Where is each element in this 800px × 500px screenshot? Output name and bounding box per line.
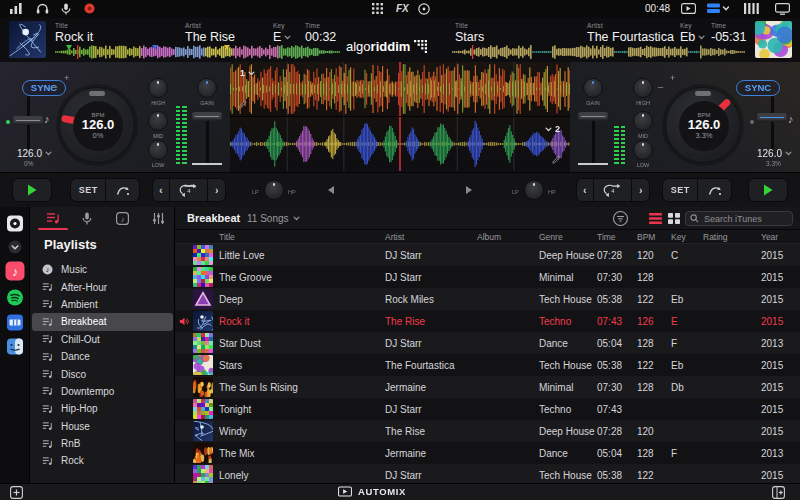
- track-row[interactable]: Star DustDJ StarrDance05:04128F2013: [175, 332, 800, 354]
- deck-b-set-cue-button[interactable]: SET: [663, 179, 698, 201]
- queue-panel-icon[interactable]: [772, 486, 785, 499]
- sidebar-item-house[interactable]: House: [32, 418, 173, 435]
- col-bpm[interactable]: BPM: [637, 232, 671, 242]
- automix-button[interactable]: AUTOMIX: [338, 486, 406, 497]
- col-key[interactable]: Key: [671, 232, 703, 242]
- fx-button[interactable]: FX: [396, 3, 409, 14]
- deck-a-time-field[interactable]: Time 00:32: [305, 22, 336, 44]
- col-genre[interactable]: Genre: [539, 232, 597, 242]
- pitch-bend-minus[interactable]: –: [52, 82, 57, 92]
- deck-b-eq-mid-knob[interactable]: [633, 111, 653, 131]
- tab-mixer-settings[interactable]: [152, 212, 165, 225]
- sidebar-item-rock[interactable]: Rock: [32, 452, 173, 469]
- deck-b-loop-double-button[interactable]: ›: [632, 179, 649, 201]
- track-row[interactable]: DeepRock MilesTech House05:38122Eb2015: [175, 288, 800, 310]
- deck-b-play-button[interactable]: [748, 178, 788, 202]
- automix-queue-icon[interactable]: [681, 3, 696, 14]
- sidebar-item-hip-hop[interactable]: Hip-Hop: [32, 400, 173, 417]
- spotify-source-icon[interactable]: [6, 289, 23, 306]
- deck-a-loop-double-button[interactable]: ›: [208, 179, 225, 201]
- deck-b-loop-halve-button[interactable]: ‹: [577, 179, 594, 201]
- deck-b-pitch-readout[interactable]: 126.0: [757, 148, 792, 159]
- grid-view-icon[interactable]: [668, 213, 680, 224]
- deck-2-edit-beatgrid-icon[interactable]: [552, 155, 561, 164]
- deck-a-jump-button[interactable]: [106, 179, 139, 201]
- col-rating[interactable]: Rating: [703, 232, 761, 242]
- sidebar-item-downtempo[interactable]: Downtempo: [32, 383, 173, 400]
- col-album[interactable]: Album: [477, 232, 539, 242]
- djay-source-icon[interactable]: [6, 215, 23, 232]
- sidebar-item-chill-out[interactable]: Chill-Out: [32, 331, 173, 348]
- deck-b-filter-knob[interactable]: [524, 180, 544, 200]
- deck-b-key-field[interactable]: Key Eb: [680, 22, 705, 44]
- deck-b-eq-low-knob[interactable]: [633, 140, 653, 160]
- sidebar-item-dance[interactable]: Dance: [32, 348, 173, 365]
- deck-a-gain-knob[interactable]: [197, 78, 217, 98]
- deck-a-volume-fader[interactable]: [192, 112, 222, 121]
- display-icon[interactable]: [775, 3, 790, 15]
- deck-a-eq-low-knob[interactable]: [148, 140, 168, 160]
- sidebar-item-ambient[interactable]: Ambient: [32, 296, 173, 313]
- record-icon[interactable]: [84, 3, 95, 14]
- videos-source-icon[interactable]: [6, 314, 23, 331]
- track-row[interactable]: The Sun Is RisingJermaineMinimal07:30128…: [175, 376, 800, 398]
- deck-a-loop-halve-button[interactable]: ‹: [153, 179, 170, 201]
- current-playlist-name[interactable]: Breakbeat: [187, 212, 240, 224]
- pitch-bend-plus[interactable]: +: [64, 73, 69, 83]
- filter-icon[interactable]: [613, 211, 628, 226]
- sidebar-item-rnb[interactable]: RnB: [32, 435, 173, 452]
- deck-b-overview-waveform[interactable]: [452, 45, 745, 59]
- deck-a-jog-wheel[interactable]: BPM 126.0 0%: [59, 87, 135, 163]
- view-layers-icon[interactable]: [707, 3, 729, 14]
- deck-a-loop-button[interactable]: 4: [170, 179, 209, 201]
- deck-b-jog-wheel[interactable]: BPM 126.0 3.3%: [665, 87, 741, 163]
- song-count[interactable]: 11 Songs: [247, 213, 300, 224]
- deck-b-jump-button[interactable]: [698, 179, 731, 201]
- deck-1-waveform[interactable]: [230, 62, 570, 117]
- deck-a-set-cue-button[interactable]: SET: [71, 179, 106, 201]
- sidebar-item-disco[interactable]: Disco: [32, 365, 173, 382]
- deck-2-waveform[interactable]: [230, 117, 570, 172]
- col-year[interactable]: Year: [761, 232, 800, 242]
- pitch-bend-minus[interactable]: –: [658, 82, 663, 92]
- deck-a-pitch-readout[interactable]: 126.0: [17, 148, 52, 159]
- itunes-music-source-icon[interactable]: ♪: [5, 261, 25, 281]
- deck-b-loop-button[interactable]: 4: [594, 179, 633, 201]
- col-artist[interactable]: Artist: [385, 232, 477, 242]
- search-box[interactable]: [685, 211, 793, 226]
- finder-source-icon[interactable]: [6, 338, 23, 355]
- sidebar-item-music[interactable]: ♪Music: [32, 261, 173, 278]
- sidebar-item-after-hour[interactable]: After-Hour: [32, 278, 173, 295]
- track-row[interactable]: LonelyDJ StarrTech House05:381222015: [175, 464, 800, 483]
- deck-b-pitch-fader[interactable]: [757, 113, 787, 122]
- deck-b-eq-high-knob[interactable]: [633, 78, 653, 98]
- keyboard-shortcuts-icon[interactable]: [744, 3, 759, 14]
- deck-1-label[interactable]: 1: [240, 68, 255, 78]
- col-title[interactable]: Title: [219, 232, 385, 242]
- mic-icon[interactable]: [61, 3, 71, 15]
- record-disc-icon[interactable]: [418, 3, 430, 15]
- deck-a-sync-button[interactable]: SYNC: [22, 80, 66, 96]
- deck-b-volume-fader[interactable]: [578, 112, 608, 121]
- track-row[interactable]: WindyThe RiseDeep House07:281202015: [175, 420, 800, 442]
- deck-a-filter-knob[interactable]: [264, 180, 284, 200]
- deck-b-sync-button[interactable]: SYNC: [736, 80, 780, 96]
- pitch-bend-plus[interactable]: +: [670, 73, 675, 83]
- collapse-sources-icon[interactable]: [8, 240, 22, 254]
- track-row[interactable]: Rock itThe RiseTechno07:43126E2015: [175, 310, 800, 332]
- track-row[interactable]: TonightDJ StarrTechno07:432015: [175, 398, 800, 420]
- tab-playlists[interactable]: [46, 212, 60, 224]
- track-row[interactable]: StarsThe FourtasticaTech House05:38122Eb…: [175, 354, 800, 376]
- deck-b-time-field[interactable]: Time -05:31: [711, 22, 746, 44]
- deck-a-key-field[interactable]: Key E: [273, 22, 291, 44]
- track-row[interactable]: The GrooveDJ StarrMinimal07:301282015: [175, 266, 800, 288]
- deck-a-pitch-fader[interactable]: [13, 116, 43, 125]
- track-row[interactable]: Little LoveDJ StarrDeep House07:28120C20…: [175, 244, 800, 266]
- grid-icon[interactable]: [372, 3, 383, 14]
- tab-microphone[interactable]: [82, 212, 92, 225]
- deck-a-eq-high-knob[interactable]: [148, 78, 168, 98]
- tab-itunes-library[interactable]: ♪: [116, 212, 129, 225]
- list-view-icon[interactable]: [649, 213, 662, 224]
- headphones-icon[interactable]: [36, 3, 49, 14]
- search-input[interactable]: [702, 213, 788, 225]
